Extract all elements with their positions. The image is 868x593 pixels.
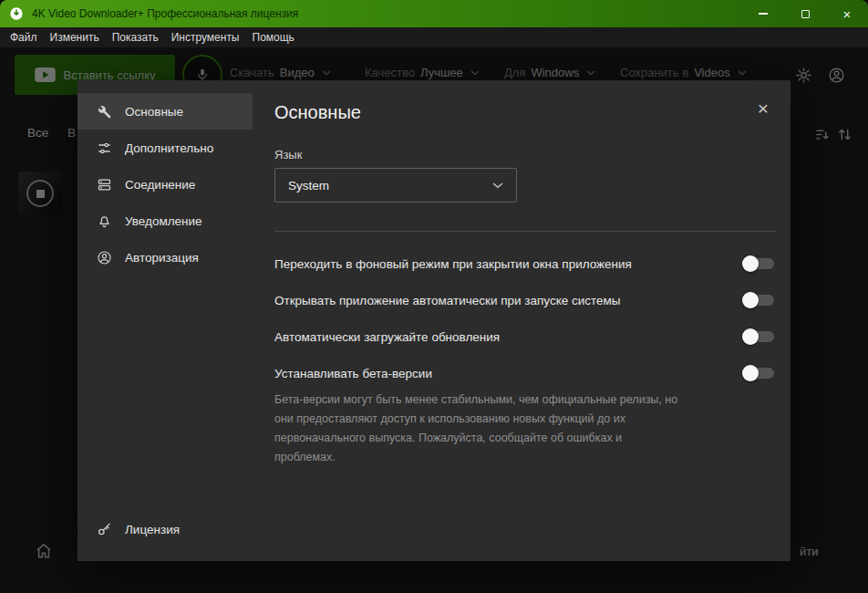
- setting-label: Устанавливать бета-версии: [274, 367, 450, 380]
- settings-sidebar: Основные Дополнительно Соединение Уведом…: [78, 80, 253, 561]
- language-select-value: System: [288, 179, 329, 192]
- settings-panel: Основные Дополнительно Соединение Уведом…: [78, 80, 790, 561]
- close-icon: ×: [758, 98, 769, 119]
- settings-main: Основные × Язык System Переходить в фоно…: [253, 80, 790, 561]
- sidebar-item-label: Уведомление: [125, 214, 202, 228]
- sidebar-item-authorization[interactable]: Авторизация: [78, 239, 253, 276]
- autostart-toggle[interactable]: [745, 295, 774, 306]
- menu-help[interactable]: Помощь: [246, 29, 301, 46]
- titlebar: 4K Video Downloader+ Профессиональная ли…: [0, 0, 868, 27]
- section-divider: [274, 231, 776, 232]
- sidebar-item-label: Основные: [125, 105, 183, 119]
- toggle-knob: [742, 365, 759, 381]
- setting-label: Автоматически загружайте обновления: [274, 330, 518, 344]
- key-icon: [96, 522, 112, 537]
- window-controls: ×: [742, 0, 868, 27]
- app-logo-icon: [9, 6, 24, 21]
- toggle-knob: [742, 255, 759, 272]
- sidebar-item-label: Соединение: [125, 178, 195, 192]
- server-stack-icon: [96, 177, 112, 192]
- minimize-button[interactable]: [742, 0, 784, 27]
- minimize-icon: [759, 13, 768, 15]
- wrench-icon: [96, 104, 112, 120]
- toggle-knob: [742, 328, 759, 345]
- language-select[interactable]: System: [274, 168, 517, 203]
- person-circle-icon: [96, 250, 112, 265]
- settings-page-title: Основные: [274, 102, 361, 123]
- toggle-knob: [742, 292, 759, 308]
- window-title: 4K Video Downloader+ Профессиональная ли…: [32, 7, 298, 20]
- maximize-button[interactable]: [784, 0, 826, 27]
- settings-close-button[interactable]: ×: [752, 97, 774, 120]
- setting-label: Переходить в фоновый режим при закрытии …: [274, 257, 650, 271]
- sidebar-item-connection[interactable]: Соединение: [78, 166, 253, 203]
- close-window-button[interactable]: ×: [826, 0, 868, 27]
- setting-row-background-mode: Переходить в фоновый режим при закрытии …: [274, 245, 776, 282]
- bell-icon: [96, 213, 112, 229]
- menu-file[interactable]: Файл: [4, 29, 44, 46]
- language-label: Язык: [274, 148, 302, 161]
- sidebar-item-license[interactable]: Лицензия: [78, 511, 253, 547]
- menu-tools[interactable]: Инструменты: [165, 29, 246, 46]
- maximize-icon: [801, 10, 810, 18]
- setting-row-auto-updates: Автоматически загружайте обновления: [274, 318, 776, 355]
- background-mode-toggle[interactable]: [745, 258, 774, 269]
- close-icon: ×: [843, 6, 852, 22]
- beta-versions-toggle[interactable]: [745, 368, 774, 379]
- sidebar-item-general[interactable]: Основные: [78, 93, 253, 130]
- setting-row-autostart: Открывать приложение автоматически при з…: [274, 282, 776, 318]
- app-window: 4K Video Downloader+ Профессиональная ли…: [0, 0, 868, 593]
- beta-note-text: Бета-версии могут быть менее стабильными…: [274, 390, 680, 467]
- menu-edit[interactable]: Изменить: [44, 29, 106, 46]
- sliders-icon: [96, 140, 112, 156]
- auto-updates-toggle[interactable]: [745, 331, 774, 342]
- menubar: Файл Изменить Показать Инструменты Помощ…: [0, 27, 868, 47]
- chevron-down-icon: [492, 182, 503, 189]
- setting-label: Открывать приложение автоматически при з…: [274, 294, 639, 307]
- sidebar-item-notifications[interactable]: Уведомление: [78, 203, 253, 239]
- sidebar-item-label: Авторизация: [125, 251, 199, 265]
- sidebar-item-advanced[interactable]: Дополнительно: [78, 130, 253, 166]
- setting-row-beta-versions: Устанавливать бета-версии: [274, 355, 776, 391]
- sidebar-item-label: Лицензия: [125, 523, 180, 536]
- sidebar-item-label: Дополнительно: [125, 141, 213, 155]
- menu-view[interactable]: Показать: [106, 29, 165, 46]
